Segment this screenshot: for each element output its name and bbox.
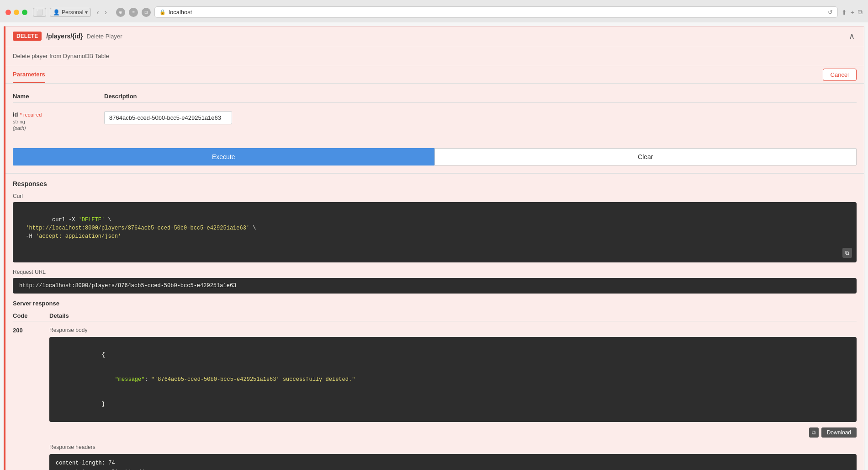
reader-icon: ≡ (129, 8, 138, 17)
windows-icon[interactable]: ⧉ (858, 8, 863, 16)
request-url-label: Request URL (13, 269, 857, 275)
response-table-header: Code Details (13, 310, 857, 321)
curl-label: Curl (13, 193, 857, 199)
param-name-col: id * required string (path) (13, 111, 104, 131)
profile-icon: 👤 (53, 9, 60, 16)
response-body-label: Response body (49, 327, 857, 333)
response-body-block: { "message": "'8764acb5-cced-50b0-bcc5-e… (49, 337, 857, 422)
endpoint-summary: Delete Player (87, 33, 122, 40)
response-row: 200 Response body { "message": "'8764acb… (13, 324, 857, 470)
method-badge: DELETE (13, 32, 42, 41)
nav-arrows: ‹ › (95, 7, 109, 17)
param-row: id * required string (path) (13, 107, 857, 134)
response-headers-block: content-length: 74content-type: applicat… (49, 454, 857, 470)
params-table-header: Name Description (13, 90, 857, 103)
request-url-block: http://localhost:8000/players/8764acb5-c… (13, 278, 857, 294)
description-text: Delete player from DynamoDB Table (13, 53, 109, 59)
clear-button[interactable]: Clear (434, 148, 857, 166)
curl-copy-button[interactable]: ⧉ (842, 248, 852, 258)
browser-chrome: ⬜ 👤 Personal ▾ ‹ › ⊕ ≡ ⊡ 🔒 localhost ↺ ⬆… (0, 0, 868, 21)
id-input[interactable] (104, 111, 232, 124)
download-button[interactable]: Download (821, 427, 857, 438)
minimize-window-button[interactable] (14, 10, 19, 15)
tab-icon: ⊡ (142, 8, 151, 17)
forward-button[interactable]: › (103, 7, 109, 17)
cancel-button[interactable]: Cancel (823, 69, 857, 81)
chevron-down-icon: ▾ (85, 9, 88, 16)
description-header: Description (104, 93, 857, 100)
responses-section: Responses Curl curl -X 'DELETE' \ 'http:… (5, 173, 864, 470)
name-header: Name (13, 93, 104, 100)
request-url-subsection: Request URL http://localhost:8000/player… (13, 269, 857, 294)
response-copy-button[interactable]: ⧉ (809, 427, 819, 438)
param-name: id * required (13, 111, 104, 118)
response-headers-label: Response headers (49, 444, 857, 450)
address-text: localhost (169, 9, 192, 16)
download-row: ⧉ Download (49, 427, 857, 438)
server-response-section: Server response Code Details 200 Respons… (13, 300, 857, 470)
param-type: string (13, 119, 104, 124)
browser-content: DELETE /players/{id} Delete Player ∧ Del… (0, 22, 868, 470)
curl-subsection: Curl curl -X 'DELETE' \ 'http://localhos… (13, 193, 857, 262)
tab-parameters[interactable]: Parameters (13, 66, 45, 83)
curl-code-block: curl -X 'DELETE' \ 'http://localhost:800… (13, 202, 857, 262)
server-response-label: Server response (13, 300, 857, 307)
panel-header: DELETE /players/{id} Delete Player ∧ (5, 27, 864, 46)
response-details: Response body { "message": "'8764acb5-cc… (49, 327, 857, 470)
browser-titlebar: ⬜ 👤 Personal ▾ ‹ › ⊕ ≡ ⊡ 🔒 localhost ↺ ⬆… (0, 4, 868, 21)
responses-title: Responses (13, 180, 857, 187)
response-headers-text: content-length: 74content-type: applicat… (56, 460, 168, 470)
traffic-lights (5, 10, 27, 15)
execute-button[interactable]: Execute (13, 148, 434, 166)
action-buttons: Execute Clear (13, 148, 857, 166)
code-column-header: Code (13, 312, 49, 319)
param-location: (path) (13, 125, 104, 131)
add-tab-icon[interactable]: + (851, 9, 854, 16)
swagger-panel: DELETE /players/{id} Delete Player ∧ Del… (4, 26, 864, 470)
profile-button[interactable]: 👤 Personal ▾ (50, 8, 91, 17)
endpoint-path: /players/{id} (46, 32, 83, 40)
collapse-button[interactable]: ∧ (847, 31, 857, 41)
details-column-header: Details (49, 312, 857, 319)
panel-tabs: Parameters Cancel (5, 66, 864, 84)
required-badge: * required (20, 112, 42, 118)
request-url-text: http://localhost:8000/players/8764acb5-c… (19, 283, 236, 289)
lock-icon: 🔒 (159, 9, 166, 15)
close-window-button[interactable] (5, 10, 11, 15)
profile-label: Personal (62, 9, 83, 16)
back-button[interactable]: ‹ (95, 7, 101, 17)
maximize-window-button[interactable] (22, 10, 27, 15)
extensions-icon: ⊕ (116, 8, 125, 17)
address-bar[interactable]: 🔒 localhost ↺ (154, 6, 838, 18)
param-input-col (104, 111, 857, 124)
reload-icon[interactable]: ↺ (828, 9, 833, 16)
parameters-section: Name Description id * required string (p… (5, 84, 864, 141)
panel-description: Delete player from DynamoDB Table (5, 46, 864, 66)
share-icon[interactable]: ⬆ (842, 9, 847, 16)
sidebar-toggle-button[interactable]: ⬜ (33, 8, 46, 17)
sidebar-icon: ⬜ (36, 9, 43, 16)
response-code: 200 (13, 327, 49, 334)
